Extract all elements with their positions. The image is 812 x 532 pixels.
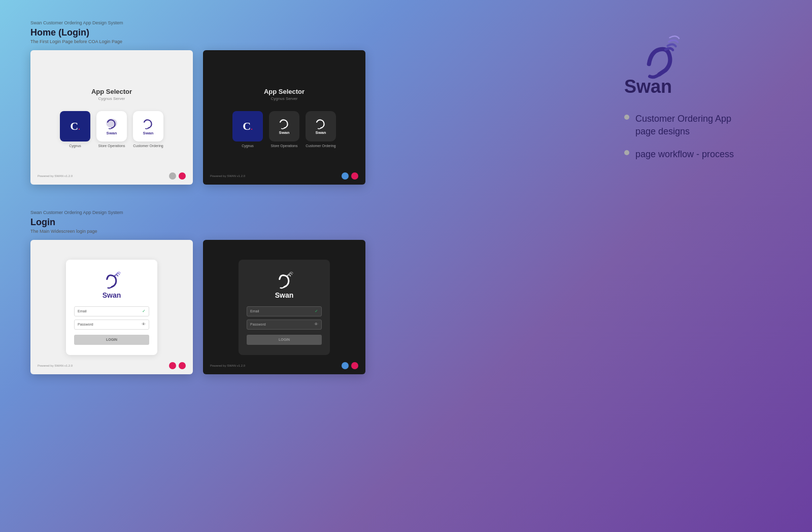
light-app-icons-row: C. Cygnus [60, 111, 163, 148]
dark-password-label: Password [250, 323, 266, 326]
cygnus-label: Cygnus [69, 144, 81, 148]
light-login-footer-text: Powered by SWAN v1.2.0 [38, 364, 73, 367]
dark-store-ops-text: Swan [279, 130, 290, 135]
swan-brand-name: Swan [624, 76, 672, 97]
cygnus-icon-box: C. [60, 111, 90, 141]
dark-footer-dot-2 [351, 172, 358, 180]
customer-ordering-swan-text: Swan [143, 131, 154, 135]
dark-password-eye-icon: 👁 [314, 322, 318, 327]
dark-customer-ordering-text: Swan [316, 130, 326, 135]
section1-subtitle: The First Login Page before COA Login Pa… [30, 39, 609, 44]
light-password-label: Password [78, 323, 93, 326]
section1-title: Home (Login) [30, 27, 609, 38]
dark-login-dot-1 [342, 362, 349, 369]
store-ops-swan-mini: Swan [104, 117, 120, 135]
dark-app-selector-title: App Selector [264, 88, 304, 95]
store-ops-swan-svg [104, 117, 120, 130]
dark-cygnus-app-item[interactable]: C. Cygnus [232, 111, 263, 148]
dark-email-check-icon: ✓ [315, 309, 318, 313]
dark-cygnus-label: Cygnus [242, 144, 254, 148]
light-footer-text: Powered by SWAN v1.2.0 [38, 174, 73, 178]
customer-ordering-app-item[interactable]: Swan Customer Ordering [133, 111, 163, 148]
light-app-selector-content: App Selector Cygnus Server C. Cygnus [30, 50, 193, 185]
bullet-item-2: page workflow - process [624, 148, 734, 161]
left-area: Swan Customer Ordering App Design System… [30, 20, 609, 512]
swan-brand-svg [624, 30, 690, 81]
dark-store-ops-item[interactable]: Swan Store Operations [269, 111, 299, 148]
light-footer-dot-2 [179, 172, 186, 180]
dark-footer-text: Powered by SWAN v1.2.0 [210, 174, 245, 178]
dark-customer-ordering-svg [313, 117, 329, 130]
section2-subtitle: The Main Widescreen login page [30, 229, 609, 234]
dark-customer-ordering-item[interactable]: Swan Customer Ordering [306, 111, 336, 148]
dark-login-screen: Swan Email ✓ Password 👁 LOGIN [203, 240, 365, 374]
customer-ordering-icon-box: Swan [133, 111, 163, 141]
dark-store-ops-label: Store Operations [271, 144, 298, 148]
light-login-dot-2 [179, 362, 186, 369]
light-app-selector-screen: App Selector Cygnus Server C. Cygnus [30, 50, 193, 185]
section1-block: Swan Customer Ordering App Design System… [30, 20, 609, 185]
section2-meta: Swan Customer Ordering App Design System [30, 210, 609, 215]
dark-swan-name: Swan [275, 291, 294, 299]
dark-swan-logo-svg [272, 270, 297, 290]
customer-ordering-label: Customer Ordering [133, 144, 163, 148]
dark-login-dot-2 [351, 362, 358, 369]
store-ops-label: Store Operations [98, 144, 125, 148]
store-ops-icon-box: Swan [96, 111, 127, 141]
section2-title: Login [30, 217, 609, 228]
light-password-field[interactable]: Password 👁 [74, 320, 149, 330]
dark-customer-ordering-mini: Swan [313, 117, 329, 135]
bullet-text-2: page workflow - process [635, 148, 734, 161]
light-email-check-icon: ✓ [142, 309, 146, 313]
light-login-card: Swan Email ✓ Password 👁 LOGIN [66, 260, 157, 355]
section2-screens-row: Swan Email ✓ Password 👁 LOGIN [30, 240, 609, 374]
dark-login-card: Swan Email ✓ Password 👁 LOGIN [239, 260, 330, 355]
bullet-item-1: Customer Ordering Apppage designs [624, 113, 734, 138]
light-footer-dots [169, 172, 186, 180]
dark-login-footer: Powered by SWAN v1.2.0 [203, 362, 365, 369]
dark-login-content: Swan Email ✓ Password 👁 LOGIN [203, 240, 365, 374]
light-login-screen: Swan Email ✓ Password 👁 LOGIN [30, 240, 193, 374]
right-sidebar: Swan Customer Ordering Apppage designs p… [609, 20, 782, 512]
dark-app-selector-screen: App Selector Cygnus Server C. Cygnus [203, 50, 365, 185]
dark-email-field[interactable]: Email ✓ [247, 306, 322, 316]
light-footer-dot-1 [169, 172, 176, 180]
dark-login-footer-dots [342, 362, 358, 369]
bullet-dot-2 [624, 150, 629, 155]
dark-swan-logo-container: Swan [272, 270, 297, 299]
section1-screens-row: App Selector Cygnus Server C. Cygnus [30, 50, 609, 185]
dark-footer-dot-1 [342, 172, 349, 180]
dark-app-selector-content: App Selector Cygnus Server C. Cygnus [203, 50, 365, 185]
cygnus-app-item[interactable]: C. Cygnus [60, 111, 90, 148]
dark-login-button[interactable]: LOGIN [247, 335, 322, 345]
store-ops-app-item[interactable]: Swan Store Operations [96, 111, 127, 148]
bullet-dot-1 [624, 115, 629, 120]
light-password-eye-icon: 👁 [142, 322, 146, 327]
dark-password-field[interactable]: Password 👁 [247, 320, 322, 330]
light-login-footer-dots [169, 362, 186, 369]
dark-email-label: Email [250, 309, 259, 313]
dark-footer-dots [342, 172, 358, 180]
light-swan-logo-svg [99, 270, 124, 290]
store-ops-swan-text: Swan [107, 131, 117, 135]
dark-customer-ordering-label: Customer Ordering [306, 144, 336, 148]
light-login-dot-1 [169, 362, 176, 369]
dark-store-ops-svg [276, 117, 292, 130]
customer-ordering-swan-svg [140, 117, 156, 130]
dark-app-selector-subtitle: Cygnus Server [271, 96, 298, 101]
light-app-selector-title: App Selector [91, 88, 132, 95]
main-container: Swan Customer Ordering App Design System… [0, 0, 812, 532]
light-login-button[interactable]: LOGIN [74, 335, 149, 345]
light-swan-logo-container: Swan [99, 270, 124, 299]
section1-meta: Swan Customer Ordering App Design System [30, 20, 609, 25]
light-email-label: Email [78, 309, 87, 313]
light-app-selector-footer: Powered by SWAN v1.2.0 [30, 172, 193, 180]
light-email-field[interactable]: Email ✓ [74, 306, 149, 316]
dark-cygnus-icon-box: C. [232, 111, 263, 141]
swan-brand: Swan [624, 30, 690, 97]
customer-ordering-swan-mini: Swan [140, 117, 156, 135]
dark-store-ops-mini: Swan [276, 117, 292, 135]
dark-app-icons-row: C. Cygnus [232, 111, 336, 148]
dark-customer-ordering-icon-box: Swan [306, 111, 336, 141]
bullet-list: Customer Ordering Apppage designs page w… [624, 113, 734, 161]
